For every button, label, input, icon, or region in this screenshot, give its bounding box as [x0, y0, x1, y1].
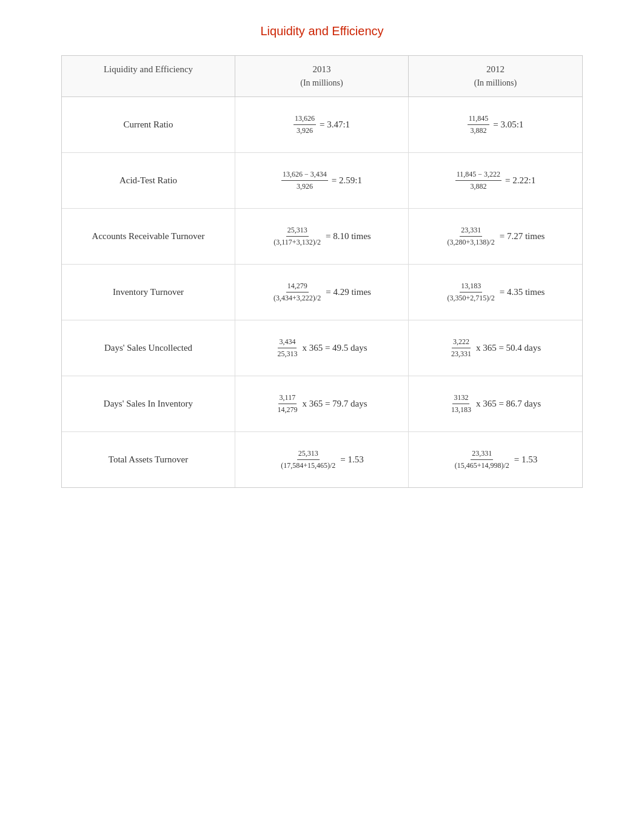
formula-cell: 3,22223,331x 365 = 50.4 days — [409, 320, 582, 376]
formula-cell: 313213,183x 365 = 86.7 days — [409, 376, 582, 431]
formula-cell: 13,6263,926= 3.47:1 — [235, 97, 409, 152]
table-row: Days' Sales Uncollected3,43425,313x 365 … — [62, 320, 582, 376]
row-label: Total Assets Turnover — [62, 432, 235, 487]
row-label: Days' Sales Uncollected — [62, 320, 235, 376]
formula-cell: 25,313(3,117+3,132)/2= 8.10 times — [235, 209, 409, 264]
table-row: Accounts Receivable Turnover25,313(3,117… — [62, 209, 582, 265]
row-label: Current Ratio — [62, 97, 235, 152]
formula-cell: 3,43425,313x 365 = 49.5 days — [235, 320, 409, 376]
formula-cell: 3,11714,279x 365 = 79.7 days — [235, 376, 409, 431]
formula-cell: 13,183(3,350+2,715)/2= 4.35 times — [409, 265, 582, 320]
row-label: Days' Sales In Inventory — [62, 376, 235, 431]
formula-cell: 25,313(17,584+15,465)/2= 1.53 — [235, 432, 409, 487]
row-label: Acid-Test Ratio — [62, 153, 235, 208]
financial-table: Liquidity and Efficiency 2013 (In millio… — [61, 55, 583, 488]
table-row: Acid-Test Ratio13,626 − 3,4343,926= 2.59… — [62, 153, 582, 209]
formula-cell: 11,8453,882= 3.05:1 — [409, 97, 582, 152]
formula-cell: 23,331(15,465+14,998)/2= 1.53 — [409, 432, 582, 487]
header-col2: 2013 (In millions) — [235, 56, 409, 96]
formula-cell: 14,279(3,434+3,222)/2= 4.29 times — [235, 265, 409, 320]
formula-cell: 13,626 − 3,4343,926= 2.59:1 — [235, 153, 409, 208]
row-label: Inventory Turnover — [62, 265, 235, 320]
header-col3: 2012 (In millions) — [409, 56, 582, 96]
table-row: Inventory Turnover14,279(3,434+3,222)/2=… — [62, 265, 582, 320]
header-col1: Liquidity and Efficiency — [62, 56, 235, 96]
formula-cell: 23,331(3,280+3,138)/2= 7.27 times — [409, 209, 582, 264]
row-label: Accounts Receivable Turnover — [62, 209, 235, 264]
table-header: Liquidity and Efficiency 2013 (In millio… — [62, 56, 582, 97]
table-row: Current Ratio13,6263,926= 3.47:111,8453,… — [62, 97, 582, 153]
page-title: Liquidity and Efficiency — [12, 24, 632, 38]
table-row: Days' Sales In Inventory3,11714,279x 365… — [62, 376, 582, 432]
formula-cell: 11,845 − 3,2223,882= 2.22:1 — [409, 153, 582, 208]
table-row: Total Assets Turnover25,313(17,584+15,46… — [62, 432, 582, 487]
